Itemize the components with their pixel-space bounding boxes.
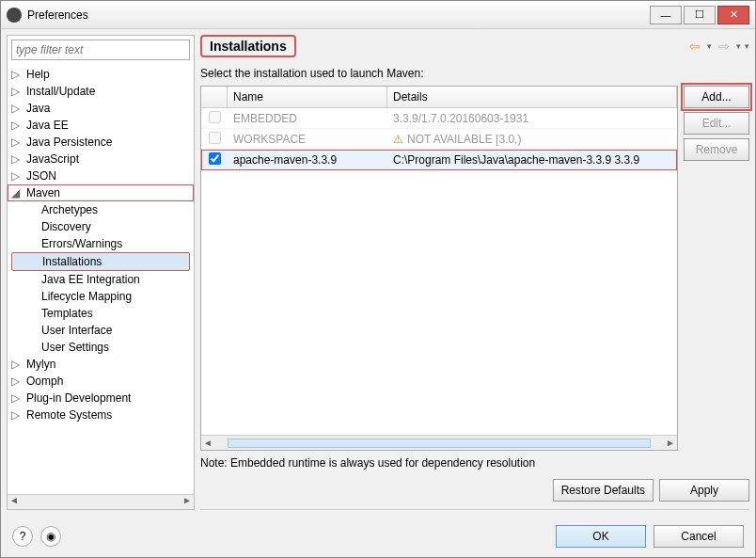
nav-forward-icon[interactable]: ⇨ <box>716 38 732 55</box>
tree-item-json[interactable]: ▷JSON <box>8 167 194 184</box>
installations-table: Name Details EMBEDDED3.3.9/1.7.0.2016060… <box>200 86 678 451</box>
tree-item-remote-systems[interactable]: ▷Remote Systems <box>8 407 194 423</box>
tree-item-oomph[interactable]: ▷Oomph <box>8 373 194 390</box>
app-icon <box>7 8 22 23</box>
twisty-icon[interactable]: ▷ <box>11 102 23 115</box>
titlebar[interactable]: Preferences — ☐ ✕ <box>1 1 755 29</box>
preferences-tree[interactable]: ▷Help▷Install/Update▷Java▷Java EE▷Java P… <box>8 64 194 494</box>
row-details: ⚠NOT AVAILABLE [3.0,) <box>387 131 677 148</box>
restore-defaults-button[interactable]: Restore Defaults <box>553 479 654 502</box>
add-button[interactable]: Add... <box>684 86 749 108</box>
tree-item-archetypes[interactable]: Archetypes <box>8 201 194 218</box>
tree-item-label: Remote Systems <box>26 408 112 422</box>
table-row[interactable]: apache-maven-3.3.9C:\Program Files\Java\… <box>201 150 677 170</box>
apply-button[interactable]: Apply <box>659 479 749 502</box>
col-check[interactable] <box>201 87 228 107</box>
tree-item-maven[interactable]: ◢Maven <box>8 184 194 201</box>
tree-item-label: Java EE <box>26 119 69 132</box>
sidebar-hscrollbar[interactable] <box>8 494 194 509</box>
tree-item-errors-warnings[interactable]: Errors/Warnings <box>8 235 194 252</box>
tree-item-java[interactable]: ▷Java <box>8 100 194 117</box>
tree-item-label: Installations <box>42 255 102 268</box>
tree-item-java-ee[interactable]: ▷Java EE <box>8 117 194 134</box>
twisty-icon[interactable]: ▷ <box>11 408 23 422</box>
minimize-button[interactable]: — <box>650 6 682 24</box>
tree-item-label: JavaScript <box>26 152 79 166</box>
tree-item-label: Errors/Warnings <box>41 237 122 250</box>
row-checkbox <box>209 111 221 123</box>
sidebar: ▷Help▷Install/Update▷Java▷Java EE▷Java P… <box>7 35 195 510</box>
main-panel: Installations ⇦ ▾ ⇨ ▾ ▾ Select the insta… <box>200 35 749 510</box>
twisty-icon[interactable]: ▷ <box>11 169 23 183</box>
close-button[interactable]: ✕ <box>717 6 749 24</box>
row-name: WORKSPACE <box>228 131 387 148</box>
twisty-icon[interactable]: ▷ <box>11 391 23 405</box>
tree-item-installations[interactable]: Installations <box>11 252 190 271</box>
progress-button[interactable]: ◉ <box>40 526 61 547</box>
cancel-button[interactable]: Cancel <box>654 525 744 548</box>
tree-item-label: Discovery <box>41 220 91 233</box>
twisty-icon[interactable]: ▷ <box>11 152 23 166</box>
tree-item-mylyn[interactable]: ▷Mylyn <box>8 356 194 373</box>
tree-item-label: Install/Update <box>26 85 95 98</box>
tree-item-label: Templates <box>41 307 93 320</box>
twisty-icon[interactable]: ▷ <box>11 85 23 98</box>
tree-item-lifecycle-mapping[interactable]: Lifecycle Mapping <box>8 288 194 305</box>
tree-item-label: Mylyn <box>26 358 55 371</box>
tree-item-label: Help <box>26 68 50 81</box>
preferences-window: Preferences — ☐ ✕ ▷Help▷Install/Update▷J… <box>0 0 756 558</box>
maximize-button[interactable]: ☐ <box>684 6 716 24</box>
tree-item-install-update[interactable]: ▷Install/Update <box>8 83 194 100</box>
row-checkbox[interactable] <box>209 152 221 165</box>
nav-view-menu[interactable]: ▾ <box>745 41 749 51</box>
tree-item-label: JSON <box>26 169 56 183</box>
tree-item-label: Oomph <box>26 375 63 388</box>
tree-item-label: Java <box>26 102 50 115</box>
tree-item-label: Java EE Integration <box>41 273 140 286</box>
twisty-icon[interactable]: ▷ <box>11 375 23 388</box>
twisty-icon[interactable]: ▷ <box>11 358 23 371</box>
tree-item-label: Archetypes <box>41 203 98 216</box>
filter-input[interactable] <box>11 40 190 60</box>
twisty-icon[interactable]: ▷ <box>11 136 23 149</box>
col-name[interactable]: Name <box>228 87 387 107</box>
tree-item-label: Plug-in Development <box>26 391 131 405</box>
tree-item-user-interface[interactable]: User Interface <box>8 322 194 339</box>
window-title: Preferences <box>27 8 650 22</box>
table-row[interactable]: WORKSPACE⚠NOT AVAILABLE [3.0,) <box>201 129 677 150</box>
nav-forward-menu[interactable]: ▾ <box>736 41 741 51</box>
tree-item-java-ee-integration[interactable]: Java EE Integration <box>8 271 194 288</box>
table-body[interactable]: EMBEDDED3.3.9/1.7.0.20160603-1931WORKSPA… <box>201 108 677 435</box>
tree-item-user-settings[interactable]: User Settings <box>8 339 194 356</box>
note-label: Note: Embedded runtime is always used fo… <box>200 456 749 470</box>
page-title: Installations <box>200 35 296 57</box>
tree-item-java-persistence[interactable]: ▷Java Persistence <box>8 134 194 151</box>
tree-item-label: Maven <box>26 186 60 199</box>
col-details[interactable]: Details <box>387 87 677 107</box>
nav-back-menu[interactable]: ▾ <box>707 41 712 51</box>
twisty-icon[interactable]: ▷ <box>11 68 23 81</box>
tree-item-label: User Settings <box>41 341 109 354</box>
row-name: apache-maven-3.3.9 <box>228 151 387 168</box>
edit-button[interactable]: Edit... <box>684 112 749 135</box>
nav-back-icon[interactable]: ⇦ <box>686 38 703 55</box>
tree-item-plug-in-development[interactable]: ▷Plug-in Development <box>8 390 194 407</box>
tree-item-templates[interactable]: Templates <box>8 305 194 322</box>
twisty-icon[interactable]: ▷ <box>11 119 23 132</box>
tree-item-discovery[interactable]: Discovery <box>8 218 194 235</box>
help-button[interactable]: ? <box>12 526 33 547</box>
table-row[interactable]: EMBEDDED3.3.9/1.7.0.20160603-1931 <box>201 108 677 129</box>
row-details: C:\Program Files\Java\apache-maven-3.3.9… <box>387 151 677 168</box>
row-details: 3.3.9/1.7.0.20160603-1931 <box>387 110 677 127</box>
remove-button[interactable]: Remove <box>684 138 749 161</box>
tree-item-label: Java Persistence <box>26 136 112 149</box>
tree-item-label: Lifecycle Mapping <box>41 290 132 303</box>
tree-item-javascript[interactable]: ▷JavaScript <box>8 151 194 167</box>
tree-item-help[interactable]: ▷Help <box>8 66 194 83</box>
ok-button[interactable]: OK <box>556 525 646 548</box>
instruction-label: Select the installation used to launch M… <box>200 67 749 80</box>
warning-icon: ⚠ <box>393 133 403 146</box>
table-hscrollbar[interactable] <box>201 435 677 450</box>
twisty-icon[interactable]: ◢ <box>11 186 23 199</box>
row-name: EMBEDDED <box>228 110 387 127</box>
